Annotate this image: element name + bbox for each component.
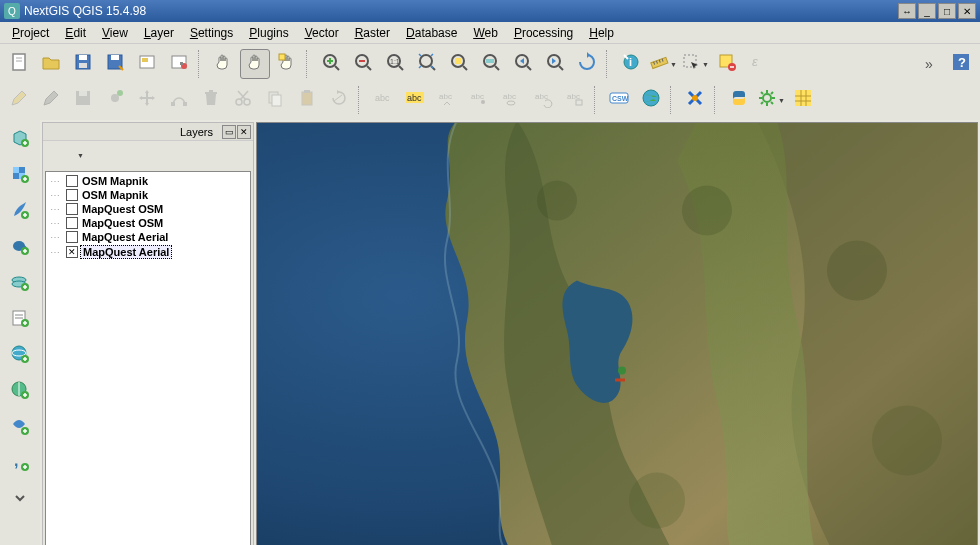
layers-undock-button[interactable]: ▭	[222, 125, 236, 139]
label-hl-button[interactable]: abc	[400, 85, 430, 115]
layers-visibility-button[interactable]: ▼	[69, 144, 91, 166]
plugins-cog-button[interactable]: ▼	[756, 85, 786, 115]
add-raster-button[interactable]	[4, 160, 36, 192]
layers-add-group-button[interactable]	[45, 144, 67, 166]
identify-button[interactable]: i	[616, 49, 646, 79]
hand-icon	[245, 52, 265, 76]
layers-panel-header: Layers ▭ ✕	[43, 123, 253, 141]
menu-help[interactable]: Help	[581, 24, 622, 42]
web-globe-button[interactable]	[636, 85, 666, 115]
svg-text:abc: abc	[535, 92, 548, 101]
layers-tree[interactable]: ⋯OSM Mapnik⋯OSM Mapnik⋯MapQuest OSM⋯MapQ…	[45, 171, 251, 545]
layer-item[interactable]: ⋯MapQuest OSM	[48, 216, 248, 230]
paste-button	[292, 85, 322, 115]
add-vector-button[interactable]	[4, 124, 36, 156]
svg-point-53	[117, 90, 123, 96]
menu-edit[interactable]: Edit	[57, 24, 94, 42]
menu-raster[interactable]: Raster	[347, 24, 398, 42]
zoom-out-button[interactable]	[348, 49, 378, 79]
zoom-last-button[interactable]	[508, 49, 538, 79]
deselect-button[interactable]	[712, 49, 742, 79]
layer-item[interactable]: ⋯OSM Mapnik	[48, 174, 248, 188]
zoom-selection-button[interactable]	[444, 49, 474, 79]
toolbar-overflow[interactable]: »	[914, 49, 944, 79]
menu-processing[interactable]: Processing	[506, 24, 581, 42]
menu-vector[interactable]: Vector	[297, 24, 347, 42]
minimize-button[interactable]: _	[918, 3, 936, 19]
layer-item[interactable]: ⋯OSM Mapnik	[48, 188, 248, 202]
layers-close-button[interactable]: ✕	[237, 125, 251, 139]
menu-plugins[interactable]: Plugins	[241, 24, 296, 42]
zoom-layer-button[interactable]	[476, 49, 506, 79]
refresh-button[interactable]	[572, 49, 602, 79]
layers-collapse-button[interactable]	[141, 144, 163, 166]
layer-checkbox[interactable]	[66, 217, 78, 229]
measure-button[interactable]: ▼	[648, 49, 678, 79]
zoom-last-icon	[513, 52, 533, 76]
add-postgis-button[interactable]	[4, 232, 36, 264]
layer-checkbox[interactable]	[66, 231, 78, 243]
new-project-button[interactable]	[4, 49, 34, 79]
svg-rect-4	[79, 55, 87, 60]
folder-icon	[41, 52, 61, 76]
layers-expand-button[interactable]	[117, 144, 139, 166]
layer-item[interactable]: ⋯MapQuest OSM	[48, 202, 248, 216]
add-wfs-button[interactable]	[4, 340, 36, 372]
delete-selected-button	[196, 85, 226, 115]
menu-database[interactable]: Database	[398, 24, 465, 42]
python-button[interactable]	[724, 85, 754, 115]
print-composer-button[interactable]	[132, 49, 162, 79]
resize-button[interactable]: ↔	[898, 3, 916, 19]
close-button[interactable]: ✕	[958, 3, 976, 19]
layer-item[interactable]: ⋯✕MapQuest Aerial	[48, 244, 248, 260]
titlebar: Q NextGIS QGIS 15.4.98 ↔ _ □ ✕	[0, 0, 980, 22]
zoom-in-tool-button[interactable]	[272, 49, 302, 79]
zoom-1-1-button[interactable]: 1:1	[380, 49, 410, 79]
grid-button[interactable]	[788, 85, 818, 115]
add-delimited-button[interactable]: ,	[4, 448, 36, 480]
add-csv-button[interactable]	[4, 304, 36, 336]
layers-filter-button[interactable]	[93, 144, 115, 166]
zoom-next-button[interactable]	[540, 49, 570, 79]
help-button[interactable]: ?	[946, 49, 976, 79]
pan-button[interactable]	[208, 49, 238, 79]
menu-view[interactable]: View	[94, 24, 136, 42]
save-as-button[interactable]	[100, 49, 130, 79]
add-wms-button[interactable]	[4, 268, 36, 300]
pan-selection-button[interactable]	[240, 49, 270, 79]
menu-project[interactable]: Project	[4, 24, 57, 42]
layer-checkbox[interactable]	[66, 189, 78, 201]
add-spatialite-button[interactable]	[4, 196, 36, 228]
svg-rect-98	[13, 167, 19, 173]
abc-icon: abc	[373, 88, 393, 112]
menu-settings[interactable]: Settings	[182, 24, 241, 42]
abc-move-icon: abc	[437, 88, 457, 112]
more-tools-button[interactable]	[4, 484, 36, 516]
zoom-full-icon	[417, 52, 437, 76]
csw-button[interactable]: CSW	[604, 85, 634, 115]
composer-mgr-icon	[169, 52, 189, 76]
select-button[interactable]: ▼	[680, 49, 710, 79]
menu-web[interactable]: Web	[465, 24, 505, 42]
layer-checkbox[interactable]	[66, 175, 78, 187]
crossing-button[interactable]	[680, 85, 710, 115]
open-project-button[interactable]	[36, 49, 66, 79]
layer-checkbox[interactable]	[66, 203, 78, 215]
zoom-full-button[interactable]	[412, 49, 442, 79]
svg-rect-7	[111, 55, 119, 60]
layer-checkbox[interactable]: ✕	[66, 246, 78, 258]
save-project-button[interactable]	[68, 49, 98, 79]
layer-item[interactable]: ⋯MapQuest Aerial	[48, 230, 248, 244]
add-wcs-button[interactable]	[4, 376, 36, 408]
svg-rect-9	[142, 58, 148, 62]
zoom-in-button[interactable]	[316, 49, 346, 79]
copy-icon	[265, 88, 285, 112]
map-canvas[interactable]	[256, 122, 978, 545]
menu-layer[interactable]: Layer	[136, 24, 182, 42]
maximize-button[interactable]: □	[938, 3, 956, 19]
layers-remove-button[interactable]	[165, 144, 187, 166]
add-virtual-button[interactable]	[4, 412, 36, 444]
svg-point-80	[763, 94, 771, 102]
cut-button	[228, 85, 258, 115]
composer-manager-button[interactable]	[164, 49, 194, 79]
